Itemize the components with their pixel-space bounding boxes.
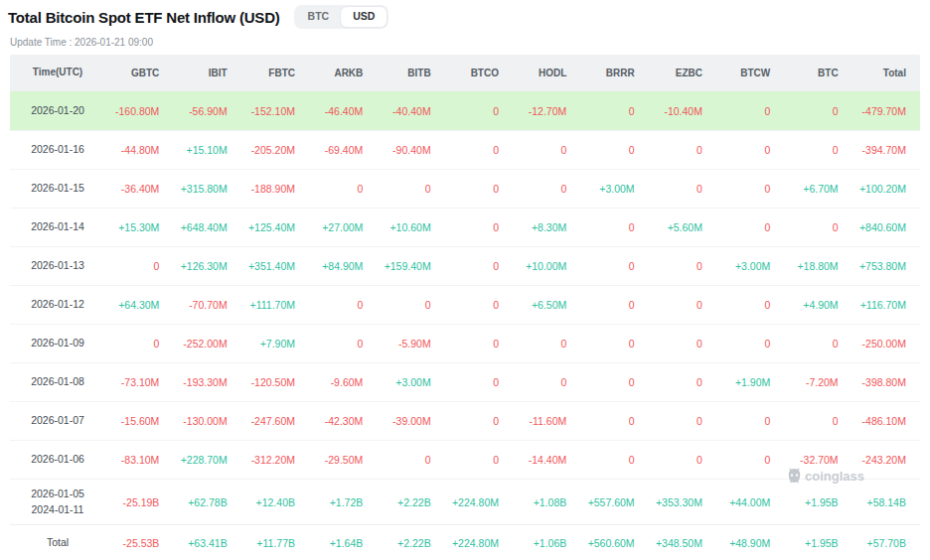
value-cell: +100.20M — [852, 183, 920, 195]
value-cell: -40.40M — [377, 105, 444, 117]
value-cell: -32.70M — [784, 454, 852, 466]
value-cell: 0 — [649, 415, 716, 427]
toggle-option-btc[interactable]: BTC — [296, 7, 342, 27]
value-cell: +58.14B — [852, 496, 920, 508]
value-cell: +63.41B — [173, 537, 240, 549]
value-cell: 0 — [649, 338, 716, 350]
value-cell: +560.60M — [580, 537, 648, 549]
value-cell: +348.50M — [649, 537, 716, 549]
value-cell: +2.22B — [377, 537, 444, 549]
value-cell: +159.40M — [377, 260, 444, 272]
value-cell: +125.40M — [241, 221, 309, 233]
value-cell: -160.80M — [105, 105, 173, 117]
time-cell: 2026-01-12 — [10, 297, 105, 312]
table-row: 2026-01-14+15.30M+648.40M+125.40M+27.00M… — [10, 208, 920, 246]
value-cell: +126.30M — [173, 260, 240, 272]
table-row: 2026-01-07-15.60M-130.00M-247.60M-42.30M… — [10, 401, 920, 440]
value-cell: -46.40M — [309, 105, 377, 117]
value-cell: 0 — [445, 454, 513, 466]
table-row: 2026-01-130+126.30M+351.40M+84.90M+159.4… — [10, 246, 920, 285]
value-cell: -486.10M — [852, 415, 920, 427]
time-cell: 2026-01-13 — [10, 258, 105, 273]
column-header-time-utc-: Time(UTC) — [10, 66, 105, 80]
value-cell: 0 — [580, 260, 648, 272]
value-cell: 0 — [377, 183, 444, 195]
value-cell: +1.90M — [716, 376, 784, 388]
value-cell: 0 — [377, 454, 444, 466]
value-cell: -44.80M — [105, 144, 173, 156]
value-cell: -312.20M — [241, 454, 309, 466]
value-cell: -7.20M — [784, 376, 852, 388]
value-cell: 0 — [649, 299, 716, 311]
value-cell: +648.40M — [173, 221, 240, 233]
time-cell: 2026-01-14 — [10, 219, 105, 234]
value-cell: +116.70M — [852, 299, 920, 311]
value-cell: -5.90M — [377, 338, 444, 350]
value-cell: -39.00M — [377, 415, 444, 427]
top-bar: Total Bitcoin Spot ETF Net Inflow (USD) … — [0, 0, 930, 29]
column-header-fbtc: FBTC — [241, 68, 309, 78]
currency-toggle: BTCUSD — [294, 5, 389, 29]
value-cell: 0 — [649, 376, 716, 388]
time-cell: 2026-01-09 — [10, 336, 105, 350]
table-row: 2026-01-08-73.10M-193.30M-120.50M-9.60M+… — [10, 362, 920, 401]
time-cell: Total — [10, 535, 105, 550]
value-cell: 0 — [445, 299, 513, 311]
column-header-hodl: HODL — [513, 68, 580, 78]
table-row: 2026-01-16-44.80M+15.10M-205.20M-69.40M-… — [10, 130, 920, 169]
value-cell: +1.08B — [513, 496, 580, 508]
value-cell: -9.60M — [309, 376, 377, 388]
value-cell: +2.22B — [377, 496, 444, 508]
value-cell: 0 — [309, 183, 377, 195]
value-cell: -42.30M — [309, 415, 377, 427]
value-cell: +8.30M — [513, 221, 580, 233]
value-cell: -252.00M — [173, 338, 240, 350]
value-cell: +11.77B — [241, 537, 309, 549]
value-cell: +224.80M — [445, 496, 513, 508]
value-cell: +351.40M — [241, 260, 309, 272]
value-cell: +557.60M — [580, 496, 648, 508]
value-cell: +15.30M — [105, 221, 173, 233]
column-header-total: Total — [852, 68, 920, 78]
value-cell: 0 — [580, 415, 648, 427]
column-header-ezbc: EZBC — [649, 68, 716, 78]
value-cell: -29.50M — [309, 454, 377, 466]
value-cell: -90.40M — [377, 144, 444, 156]
value-cell: 0 — [445, 260, 513, 272]
value-cell: +57.70B — [852, 537, 920, 549]
value-cell: -11.60M — [513, 415, 580, 427]
value-cell: 0 — [649, 454, 716, 466]
value-cell: 0 — [445, 144, 513, 156]
table-body: 2026-01-20-160.80M-56.90M-152.10M-46.40M… — [10, 91, 920, 560]
value-cell: 0 — [716, 338, 784, 350]
value-cell: -250.00M — [852, 338, 920, 350]
value-cell: +228.70M — [173, 454, 240, 466]
value-cell: 0 — [580, 105, 648, 117]
value-cell: +18.80M — [784, 260, 852, 272]
value-cell: +48.90M — [716, 537, 784, 549]
value-cell: 0 — [513, 183, 580, 195]
value-cell: +62.78B — [173, 496, 240, 508]
table-row: 2026-01-12+64.30M-70.70M+111.70M000+6.50… — [10, 285, 920, 324]
page-title: Total Bitcoin Spot ETF Net Inflow (USD) — [8, 9, 280, 26]
value-cell: +3.00M — [377, 376, 444, 388]
value-cell: 0 — [580, 376, 648, 388]
value-cell: 0 — [716, 144, 784, 156]
value-cell: +10.60M — [377, 221, 444, 233]
column-header-btcw: BTCW — [716, 68, 784, 78]
value-cell: 0 — [716, 454, 784, 466]
value-cell: +5.60M — [649, 221, 716, 233]
etf-net-inflow-page: Total Bitcoin Spot ETF Net Inflow (USD) … — [0, 0, 930, 560]
time-cell: 2026-01-052024-01-11 — [10, 487, 105, 516]
value-cell: -130.00M — [173, 415, 240, 427]
value-cell: 0 — [716, 415, 784, 427]
toggle-option-usd[interactable]: USD — [341, 7, 387, 27]
table-total-row: Total-25.53B+63.41B+11.77B+1.64B+2.22B+2… — [10, 524, 920, 560]
value-cell: +4.90M — [784, 299, 852, 311]
value-cell: -152.10M — [241, 105, 309, 117]
value-cell: 0 — [445, 338, 513, 350]
value-cell: -70.70M — [173, 299, 240, 311]
value-cell: -247.60M — [241, 415, 309, 427]
value-cell: +1.95B — [784, 537, 852, 549]
value-cell: +6.70M — [784, 183, 852, 195]
